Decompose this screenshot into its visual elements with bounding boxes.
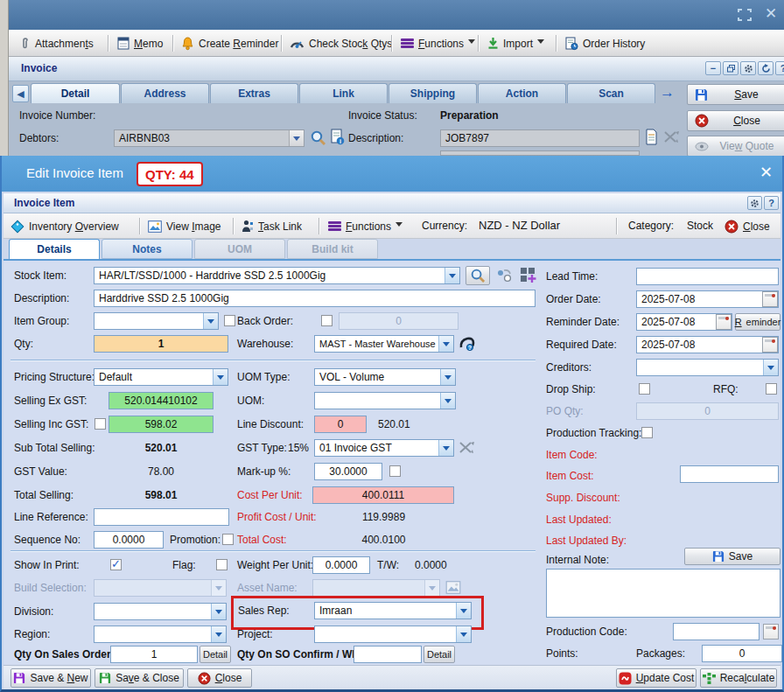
debtor-info-icon[interactable]: i xyxy=(331,129,345,146)
functions-menu-button[interactable]: Functions xyxy=(401,34,475,52)
create-reminder-button[interactable]: Create Reminder xyxy=(181,34,278,52)
tab-address[interactable]: Address xyxy=(121,83,209,103)
qty-on-sales-orders-input[interactable]: 1 xyxy=(110,646,198,663)
item-description-input[interactable]: Harddrive SSD 2.5 1000Gig xyxy=(94,290,536,307)
drop-ship-checkbox[interactable] xyxy=(639,383,650,395)
copy-note-icon[interactable] xyxy=(645,129,658,146)
save-and-new-button[interactable]: Save & New xyxy=(10,668,91,688)
close-window-icon[interactable]: ✕ xyxy=(765,4,777,23)
invoice-close-button[interactable]: Close xyxy=(687,110,784,131)
help-panel-button[interactable]: ? xyxy=(775,61,784,75)
item-functions-menu-button[interactable]: Functions xyxy=(328,217,402,235)
help-button[interactable]: ? xyxy=(764,196,779,210)
uom-type-select[interactable]: VOL - Volume xyxy=(314,368,456,386)
packages-input[interactable]: 0 xyxy=(702,645,782,662)
dialog-close-button[interactable]: Close xyxy=(187,668,252,688)
internal-note-textarea[interactable] xyxy=(546,569,780,618)
division-select[interactable] xyxy=(94,603,227,620)
view-quote-button[interactable]: View Quote xyxy=(687,136,784,157)
item-group-checkbox[interactable] xyxy=(224,315,235,326)
tab-notes[interactable]: Notes xyxy=(102,239,192,259)
pricing-structure-select[interactable]: Default xyxy=(94,368,228,386)
dialog-close-icon[interactable]: ✕ xyxy=(760,163,773,182)
production-tracking-checkbox[interactable] xyxy=(641,427,653,438)
gst-crossed-arrows-icon[interactable] xyxy=(458,441,474,455)
tab-detail[interactable]: Detail xyxy=(31,83,120,103)
production-code-input[interactable] xyxy=(673,623,760,640)
tab-shipping[interactable]: Shipping xyxy=(388,83,477,103)
calendar-icon[interactable] xyxy=(762,291,778,307)
line-discount-input[interactable]: 0 xyxy=(314,416,367,433)
weight-per-unit-input[interactable]: 0.0000 xyxy=(312,556,370,574)
tab-details[interactable]: Details xyxy=(9,239,100,259)
sales-rep-select[interactable]: Imraan xyxy=(314,602,472,619)
cost-per-unit-input[interactable]: 400.0111 xyxy=(312,486,454,504)
back-order-checkbox[interactable] xyxy=(321,315,332,326)
uom-select[interactable] xyxy=(314,392,456,409)
calendar-icon[interactable] xyxy=(716,314,732,330)
check-stock-qtys-button[interactable]: Check Stock Qtys xyxy=(290,34,392,52)
restore-panel-button[interactable] xyxy=(723,61,738,75)
sequence-no-input[interactable]: 0.0000 xyxy=(94,531,164,549)
show-in-print-checkbox[interactable] xyxy=(110,559,122,570)
invoice-description-input[interactable]: JOB7897 xyxy=(440,129,640,147)
warehouse-select[interactable]: MAST - Master Warehouse xyxy=(314,335,454,353)
memo-button[interactable]: Memo xyxy=(117,34,163,52)
line-reference-input[interactable] xyxy=(94,508,229,526)
qty-so-confirm-detail-button[interactable]: Detail xyxy=(424,646,455,663)
qty-so-detail-button[interactable]: Detail xyxy=(200,646,231,663)
search-debtor-icon[interactable] xyxy=(310,129,326,146)
debtors-select[interactable]: AIRBNB03 xyxy=(114,129,304,147)
reminder-button[interactable]: Reminder xyxy=(735,313,780,331)
tab-scan[interactable]: Scan xyxy=(567,83,655,103)
tab-scroll-left-button[interactable]: ◀ xyxy=(12,85,29,102)
order-history-button[interactable]: Order History xyxy=(565,34,645,52)
promotion-checkbox[interactable] xyxy=(222,534,234,545)
selling-ex-gst-input[interactable]: 520.014410102 xyxy=(108,392,214,409)
gst-type-select[interactable]: 01 Invoice GST xyxy=(314,439,454,457)
stock-search-button[interactable] xyxy=(466,266,490,285)
item-close-button[interactable]: Close xyxy=(724,217,770,235)
tab-action[interactable]: Action xyxy=(478,83,566,103)
tab-extras[interactable]: Extras xyxy=(210,83,298,103)
tab-build-kit[interactable]: Build kit xyxy=(287,239,378,259)
restore-window-icon[interactable] xyxy=(738,9,752,21)
tab-uom[interactable]: UOM xyxy=(194,239,285,259)
settings-button[interactable] xyxy=(747,196,762,210)
view-image-button[interactable]: View Image xyxy=(148,217,221,235)
region-select[interactable] xyxy=(94,626,227,643)
project-select[interactable] xyxy=(314,626,472,643)
import-menu-button[interactable]: Import xyxy=(487,34,544,52)
invoice-save-button[interactable]: Save xyxy=(687,84,784,105)
attachments-button[interactable]: Attachments xyxy=(18,34,94,52)
calendar-icon[interactable] xyxy=(762,337,778,353)
tab-scroll-right-icon[interactable]: → xyxy=(660,84,675,101)
inventory-overview-button[interactable]: Inventory Overview xyxy=(10,217,119,235)
refresh-panel-button[interactable] xyxy=(758,61,774,75)
swap-item-icon[interactable] xyxy=(495,269,514,283)
qty-input[interactable]: 1 xyxy=(94,335,228,353)
flag-checkbox[interactable] xyxy=(216,559,228,570)
selling-inc-gst-checkbox[interactable] xyxy=(94,418,106,430)
rfq-checkbox[interactable] xyxy=(766,383,777,395)
settings-panel-button[interactable] xyxy=(740,61,756,75)
save-and-close-button[interactable]: Save & Close xyxy=(94,668,184,688)
item-cost-input[interactable] xyxy=(680,465,779,483)
recalculate-button[interactable]: Recalculate xyxy=(700,668,777,688)
item-group-select[interactable] xyxy=(94,312,219,330)
qty-on-so-confirm-input[interactable] xyxy=(354,646,422,663)
calendar-icon[interactable] xyxy=(763,624,779,640)
update-cost-button[interactable]: Update Cost xyxy=(616,668,696,688)
order-date-input[interactable]: 2025-07-08 xyxy=(636,290,779,308)
creditors-select[interactable] xyxy=(636,359,779,376)
tab-link[interactable]: Link xyxy=(299,83,388,103)
task-link-button[interactable]: Task Link xyxy=(242,217,302,235)
add-blocks-icon[interactable] xyxy=(520,267,537,284)
warehouse-edit-icon[interactable]: ? xyxy=(458,335,476,353)
stock-item-select[interactable]: HAR/LT/SSD/1000 - Harddrive SSD 2.5 1000… xyxy=(94,267,460,284)
minimize-panel-button[interactable]: − xyxy=(705,61,721,75)
selling-inc-gst-input[interactable]: 598.02 xyxy=(108,416,214,433)
crossed-arrows-icon[interactable] xyxy=(663,130,679,144)
lead-time-input[interactable] xyxy=(636,268,779,285)
markup-input[interactable]: 30.0000 xyxy=(314,463,382,480)
